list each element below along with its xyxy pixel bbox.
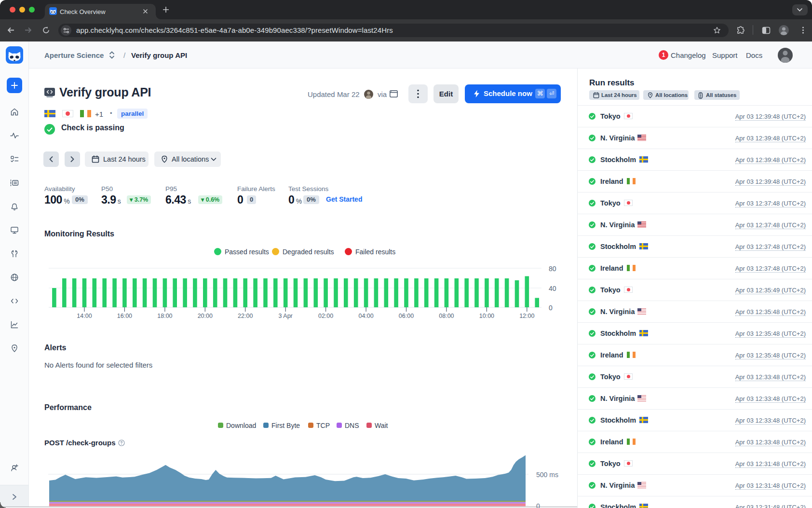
svg-text:18:00: 18:00 xyxy=(157,313,172,319)
svg-text:12:00: 12:00 xyxy=(519,313,534,319)
svg-text:02:00: 02:00 xyxy=(318,313,333,319)
svg-text:22:00: 22:00 xyxy=(238,313,253,319)
svg-text:3 Apr: 3 Apr xyxy=(279,313,293,319)
svg-text:16:00: 16:00 xyxy=(117,313,132,319)
svg-text:10:00: 10:00 xyxy=(479,313,494,319)
svg-text:08:00: 08:00 xyxy=(439,313,454,319)
svg-text:14:00: 14:00 xyxy=(77,313,92,319)
svg-text:06:00: 06:00 xyxy=(399,313,414,319)
svg-text:04:00: 04:00 xyxy=(358,313,373,319)
svg-text:20:00: 20:00 xyxy=(198,313,213,319)
